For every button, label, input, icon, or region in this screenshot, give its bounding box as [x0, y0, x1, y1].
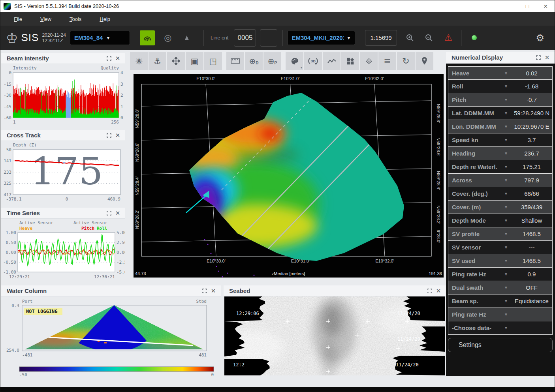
close-icon[interactable]: ✕ — [113, 209, 122, 217]
time-series-chart: Active SensorActive SensorHeavePitchRoll… — [1, 219, 125, 281]
numerical-row: Heading▼236.7 — [448, 147, 553, 160]
map-tool-north-marker-button[interactable]: A — [130, 52, 148, 70]
close-icon[interactable]: ✕ — [209, 287, 218, 295]
numerical-field-select[interactable]: Lon. DDMM.MM▼ — [448, 120, 511, 133]
svg-text:N59°28.8': N59°28.8' — [135, 109, 139, 128]
numerical-value: Equidistance — [511, 294, 552, 308]
map-tool-rotate-3d-button[interactable]: 3D — [304, 52, 322, 70]
expand-icon[interactable] — [425, 287, 434, 295]
datetime-display: 2020-11-24 12:32:11Z — [42, 32, 66, 43]
numerical-row: Depth Mode▼Shallow — [448, 214, 553, 227]
line-count-label: Line cnt — [211, 35, 229, 41]
map-tool-center-depth-button[interactable]: ⊕D — [245, 52, 263, 70]
chevron-down-icon: ▼ — [504, 285, 508, 290]
numerical-field-label: SV used — [452, 257, 475, 264]
numerical-field-label: Beam sp. — [452, 298, 478, 304]
expand-icon[interactable] — [105, 54, 113, 62]
measure-icon — [231, 58, 240, 64]
close-button[interactable]: ✕ — [536, 1, 555, 12]
settings-button[interactable]: Settings — [448, 338, 553, 352]
numerical-field-select[interactable]: Across▼ — [448, 174, 511, 187]
numerical-field-select[interactable]: Speed kn▼ — [448, 133, 511, 146]
menu-item-help[interactable]: Help — [94, 16, 116, 22]
svg-text:5.00: 5.00 — [117, 230, 125, 235]
map-tool-tiles-button[interactable] — [341, 52, 359, 70]
chevron-down-icon: ▼ — [504, 232, 508, 236]
numerical-row: SV sensor▼--- — [448, 241, 553, 254]
map-scale-value[interactable]: 1:15699 — [365, 30, 397, 46]
warning-icon[interactable]: ⚠ — [444, 32, 453, 43]
numerical-field-select[interactable]: SV sensor▼ — [448, 241, 511, 254]
minimize-button[interactable]: — — [500, 1, 518, 12]
menu-item-view[interactable]: View — [35, 16, 57, 22]
close-icon[interactable]: ✕ — [543, 54, 551, 62]
close-icon[interactable]: ✕ — [434, 287, 443, 295]
numerical-field-select[interactable]: Depth Mode▼ — [448, 214, 511, 227]
expand-icon[interactable] — [105, 209, 113, 217]
menu-item-tools[interactable]: Tools — [64, 16, 87, 22]
numerical-field-select[interactable]: Ping rate Hz▼ — [448, 308, 511, 321]
close-icon[interactable]: ✕ — [113, 131, 122, 139]
map-tool-layers-button[interactable]: ≡ — [378, 52, 396, 70]
panel-title: Cross Track — [7, 132, 41, 139]
map-tool-vessel-button[interactable]: ⚓ — [149, 52, 166, 70]
map-tool-zoom-window-button[interactable]: ▣ — [186, 52, 203, 70]
numerical-field-select[interactable]: Beam sp.▼ — [448, 294, 511, 308]
divider — [135, 30, 135, 46]
sounder-select[interactable]: EM304_84 ▼ — [70, 31, 130, 45]
zoom-out-button[interactable] — [421, 30, 436, 45]
svg-text:N59°28.6': N59°28.6' — [436, 137, 441, 156]
svg-text:0: 0 — [211, 372, 214, 377]
line-count-value[interactable]: 0005 — [234, 29, 256, 47]
expand-icon[interactable] — [200, 287, 209, 295]
map-tool-points-button[interactable] — [360, 52, 378, 70]
numerical-field-select[interactable]: Pitch▼ — [448, 93, 511, 106]
numerical-field-select[interactable]: Ping rate Hz▼ — [448, 268, 511, 281]
map-tool-pan-button[interactable] — [167, 52, 185, 70]
numerical-field-select[interactable]: Heading▼ — [448, 147, 511, 160]
geographic-map[interactable]: E10°30.0'E10°30.0'E10°31.0'E10°31.0'E10°… — [134, 74, 444, 278]
settings-gear-button[interactable]: ⚙ — [536, 32, 544, 43]
panel-title: Water Column — [7, 287, 47, 294]
zoom-in-button[interactable] — [403, 30, 418, 45]
panel-header: Beam Intensity ✕ — [1, 53, 125, 64]
numerical-value: 236.7 — [511, 147, 552, 160]
menu-item-file[interactable]: File — [8, 16, 28, 22]
svg-text:E10°30.0': E10°30.0' — [207, 259, 225, 263]
fit-extent-icon: ◳ — [209, 56, 217, 66]
numerical-field-select[interactable]: -Choose data-▼ — [448, 321, 511, 334]
svg-text:191.36: 191.36 — [429, 271, 442, 276]
beam-cone-button[interactable]: ▲ — [179, 30, 194, 45]
close-icon[interactable]: ✕ — [113, 54, 122, 62]
line-count-extra[interactable] — [260, 29, 277, 47]
numerical-field-select[interactable]: SV used▼ — [448, 254, 511, 267]
numerical-field-select[interactable]: Roll▼ — [448, 80, 511, 93]
map-tool-graph-button[interactable] — [323, 52, 341, 70]
map-tool-measure-button[interactable] — [226, 52, 244, 70]
date-label: 2020-11-24 — [42, 32, 66, 38]
map-tool-refresh-button[interactable]: ↻ — [397, 52, 415, 70]
pinging-toggle-button[interactable] — [140, 30, 155, 45]
svg-text:N59°28.2': N59°28.2' — [135, 210, 139, 229]
water-column-chart: PortStbd0.3254.0NOT LOGGING-500-481481 — [1, 296, 221, 379]
numerical-field-select[interactable]: Depth re Waterl.▼ — [448, 160, 511, 173]
maximize-button[interactable]: □ — [518, 1, 536, 12]
expand-icon[interactable] — [105, 131, 113, 139]
panel-beam-intensity: Beam Intensity ✕ IntensityQuality04-153-… — [1, 53, 125, 126]
survey-select[interactable]: EM304_MKII_202011 ▼ — [287, 31, 355, 45]
record-button[interactable]: ◎ — [160, 30, 175, 45]
numerical-field-select[interactable]: SV profile▼ — [448, 227, 511, 240]
numerical-field-select[interactable]: Lat. DDMM.MM▼ — [448, 107, 511, 120]
chevron-down-icon: ▼ — [504, 165, 508, 169]
numerical-row: Across▼797.9 — [448, 174, 553, 187]
map-tool-center-position-button[interactable]: ⊕P — [263, 52, 281, 70]
map-tool-fit-extent-button[interactable]: ◳ — [204, 52, 222, 70]
numerical-field-select[interactable]: Cover. (deg.)▼ — [448, 187, 511, 200]
map-tool-palette-button[interactable]: ▾ — [286, 52, 303, 70]
numerical-value: -0.7 — [511, 93, 552, 106]
map-tool-pin-button[interactable] — [416, 52, 433, 70]
numerical-field-select[interactable]: Cover. (m)▼ — [448, 201, 511, 214]
numerical-field-select[interactable]: Dual swath▼ — [448, 281, 511, 294]
numerical-field-select[interactable]: Heave▼ — [448, 67, 511, 79]
expand-icon[interactable] — [534, 54, 543, 62]
